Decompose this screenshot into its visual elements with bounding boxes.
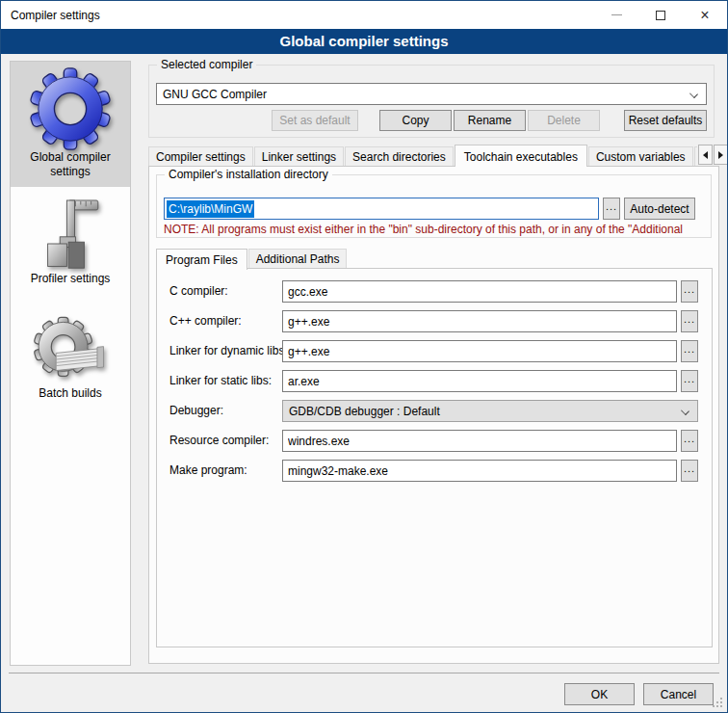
tab-search-directories[interactable]: Search directories — [345, 146, 454, 166]
chevron-down-icon — [681, 407, 689, 415]
resource-compiler-input[interactable] — [282, 430, 677, 452]
make-program-label: Make program: — [169, 463, 247, 477]
minimize-button[interactable] — [594, 1, 638, 29]
sidebar-item-label: Batch builds — [11, 386, 130, 409]
sidebar-item-label: Profiler settings — [11, 272, 130, 294]
batch-builds-icon — [11, 315, 130, 386]
settings-category-list: Global compiler settings — [10, 61, 131, 666]
program-files-panel: C compiler: ... C++ compiler: ... Linker… — [156, 268, 713, 647]
compiler-select[interactable]: GNU GCC Compiler — [156, 83, 707, 105]
dialog-banner: Global compiler settings — [1, 29, 727, 54]
make-program-row: Make program: ... — [157, 460, 712, 482]
footer-divider — [9, 673, 719, 673]
tab-scroll-right-button[interactable] — [714, 145, 728, 165]
debugger-select[interactable]: GDB/CDB debugger : Default — [282, 400, 698, 422]
maximize-button[interactable] — [638, 1, 683, 29]
tab-additional-paths[interactable]: Additional Paths — [248, 249, 348, 268]
close-icon: × — [700, 8, 709, 23]
cpp-compiler-row: C++ compiler: ... — [157, 310, 712, 332]
debugger-label: Debugger: — [169, 404, 223, 417]
tab-linker-settings[interactable]: Linker settings — [254, 146, 344, 166]
installation-directory-selected-text: C:\raylib\MinGW — [167, 200, 254, 218]
set-as-default-button[interactable]: Set as default — [272, 110, 358, 131]
compiler-select-value: GNU GCC Compiler — [163, 88, 267, 101]
program-files-tabbar: Program Files Additional Paths — [156, 249, 348, 269]
bin-subdirectory-note: NOTE: All programs must exist either in … — [164, 223, 708, 236]
dialog-content: Global compiler settings — [1, 54, 727, 712]
c-compiler-row: C compiler: ... — [157, 280, 712, 303]
c-compiler-label: C compiler: — [169, 284, 228, 298]
tab-toolchain-executables[interactable]: Toolchain executables — [455, 145, 587, 167]
debugger-select-value: GDB/CDB debugger : Default — [289, 405, 440, 418]
c-compiler-input[interactable] — [282, 280, 677, 303]
make-program-browse-button[interactable]: ... — [681, 460, 698, 482]
selected-compiler-group: Selected compiler GNU GCC Compiler Set a… — [148, 65, 715, 138]
c-compiler-browse-button[interactable]: ... — [681, 280, 698, 303]
profiler-settings-icon — [11, 198, 130, 272]
static-linker-browse-button[interactable]: ... — [681, 370, 698, 392]
ok-button[interactable]: OK — [564, 683, 635, 705]
sidebar-item-label: Global compiler settings — [11, 150, 130, 187]
sidebar-item-global-compiler-settings[interactable]: Global compiler settings — [11, 62, 130, 187]
compiler-settings-dialog: Compiler settings × Global compiler sett… — [0, 0, 728, 713]
static-linker-row: Linker for static libs: ... — [157, 370, 712, 392]
settings-tabbar: Compiler settings Linker settings Search… — [148, 145, 697, 167]
close-button[interactable]: × — [683, 1, 727, 29]
minimize-icon — [611, 14, 622, 15]
installation-directory-group: Compiler's installation directory C:\ray… — [156, 174, 712, 238]
sidebar-item-batch-builds[interactable]: Batch builds — [11, 294, 130, 409]
delete-button[interactable]: Delete — [528, 110, 600, 131]
titlebar[interactable]: Compiler settings × — [1, 1, 727, 29]
arrow-left-icon — [699, 151, 708, 159]
global-compiler-settings-icon — [11, 67, 130, 150]
arrow-right-icon — [718, 151, 727, 159]
tab-compiler-settings[interactable]: Compiler settings — [148, 146, 253, 166]
cpp-compiler-label: C++ compiler: — [169, 314, 242, 328]
resource-compiler-browse-button[interactable]: ... — [681, 430, 698, 452]
toolchain-executables-page: Compiler's installation directory C:\ray… — [148, 166, 719, 664]
dynamic-linker-row: Linker for dynamic libs: ... — [157, 340, 712, 362]
installation-directory-legend: Compiler's installation directory — [165, 168, 332, 181]
resource-compiler-label: Resource compiler: — [169, 434, 269, 447]
tab-scroll-arrows — [697, 145, 728, 165]
installation-directory-browse-button[interactable]: ... — [603, 198, 620, 220]
static-linker-input[interactable] — [282, 370, 677, 392]
make-program-input[interactable] — [282, 460, 677, 482]
chevron-down-icon — [689, 90, 698, 98]
resource-compiler-row: Resource compiler: ... — [157, 430, 712, 452]
compiler-actions: Set as default Copy Rename Delete Reset … — [156, 110, 707, 131]
copy-button[interactable]: Copy — [379, 110, 452, 131]
cpp-compiler-browse-button[interactable]: ... — [681, 310, 698, 332]
sidebar-item-profiler-settings[interactable]: Profiler settings — [11, 187, 130, 294]
tab-scroll-left-button[interactable] — [698, 145, 713, 165]
dynamic-linker-input[interactable] — [282, 340, 677, 362]
debugger-row: Debugger: GDB/CDB debugger : Default — [157, 400, 712, 422]
installation-directory-input[interactable]: C:\raylib\MinGW — [164, 198, 599, 220]
tab-program-files[interactable]: Program Files — [156, 249, 247, 270]
auto-detect-button[interactable]: Auto-detect — [624, 198, 695, 220]
resize-grip[interactable] — [713, 698, 724, 709]
dynamic-linker-browse-button[interactable]: ... — [681, 340, 698, 362]
window-title: Compiler settings — [1, 9, 594, 22]
rename-button[interactable]: Rename — [454, 110, 526, 131]
maximize-icon — [656, 11, 665, 20]
reset-defaults-button[interactable]: Reset defaults — [624, 110, 707, 131]
cpp-compiler-input[interactable] — [282, 310, 677, 332]
cancel-button[interactable]: Cancel — [643, 683, 714, 705]
tab-custom-variables[interactable]: Custom variables — [588, 146, 693, 166]
selected-compiler-legend: Selected compiler — [157, 58, 256, 71]
static-linker-label: Linker for static libs: — [169, 374, 272, 387]
dynamic-linker-label: Linker for dynamic libs: — [169, 344, 288, 357]
